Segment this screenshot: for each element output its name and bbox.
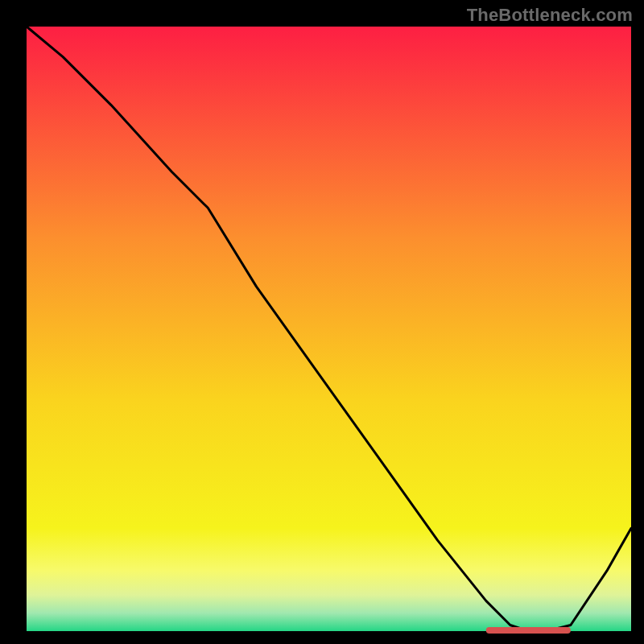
chart-background bbox=[27, 27, 631, 631]
baseline-marker bbox=[486, 627, 571, 634]
watermark-text: TheBottleneck.com bbox=[467, 5, 633, 26]
chart-container: TheBottleneck.com bbox=[0, 0, 644, 644]
chart-svg bbox=[0, 0, 644, 644]
